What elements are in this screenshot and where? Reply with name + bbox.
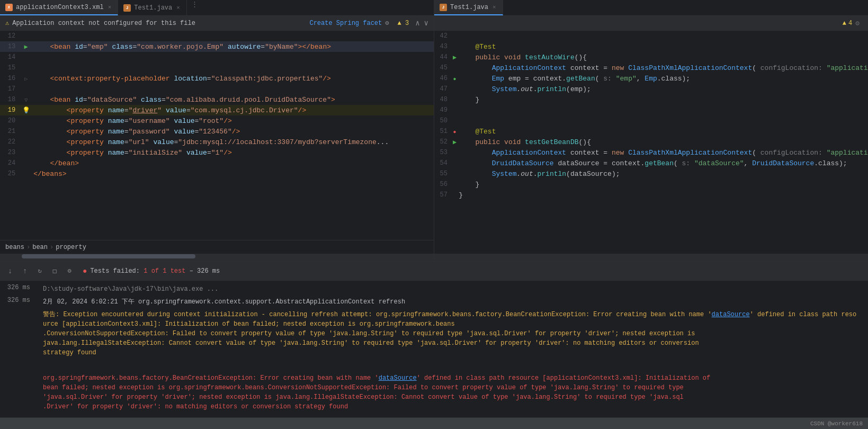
line-content-19: <property name="driver" value="com.mysql…: [31, 105, 434, 115]
java-line-num-52: 52: [434, 137, 453, 147]
tab-xml-close[interactable]: ×: [107, 4, 113, 11]
warning-bar-right[interactable]: Create Spring facet ⚙: [309, 19, 389, 27]
java-mark-46[interactable]: ●: [453, 76, 457, 82]
console-line-4: [39, 360, 864, 371]
warning-icon: ⚠: [5, 19, 9, 27]
datasource-link-1[interactable]: dataSource: [712, 311, 750, 318]
java-content-42: [457, 31, 868, 41]
java-gutter-55: [453, 168, 457, 179]
tab-java-right[interactable]: J Test1.java ×: [434, 0, 503, 15]
line-num-15: 15: [0, 62, 21, 73]
java-line-46: 46 ● Emp emp = context.getBean( s: "emp"…: [434, 73, 868, 84]
test-status: ● Tests failed: 1 of 1 test – 326 ms: [83, 267, 864, 275]
java-line-num-53: 53: [434, 147, 453, 158]
xml-line-24: 24 </bean>: [0, 158, 434, 168]
breadcrumb-bean[interactable]: bean: [32, 244, 48, 251]
xml-scrollbar-thumb[interactable]: [22, 254, 195, 258]
msg-col-5: org.springframework.beans.factory.BeanCr…: [34, 372, 868, 413]
java-gutter-52: ▶: [453, 137, 457, 147]
java-line-num-50: 50: [434, 115, 453, 126]
xml-line-23: 23 <property name="initialSize" value="1…: [0, 147, 434, 158]
java-content-54: DruidDataSource dataSource = context.get…: [457, 158, 868, 168]
java-run-icon-52[interactable]: ▶: [453, 139, 457, 146]
line-num-23: 23: [0, 147, 21, 158]
java-line-45: 45 ApplicationContext context = new Clas…: [434, 62, 868, 73]
msg-col-4: [34, 359, 868, 372]
line-content-21: <property name="password" value="123456"…: [31, 126, 434, 137]
toolbar-down-btn[interactable]: ↓: [4, 265, 16, 277]
gutter-18: ▽: [21, 94, 31, 105]
breadcrumb-property[interactable]: property: [56, 244, 86, 251]
java-gutter-44: ▶: [453, 52, 457, 62]
toolbar-settings-btn[interactable]: ⚙: [64, 265, 75, 277]
expand-icon-left[interactable]: ∧: [415, 19, 419, 28]
gutter-14: [21, 52, 31, 62]
java-scrollbar-h[interactable]: [434, 254, 868, 261]
right-header: ▲ 4 ⚙: [434, 16, 868, 31]
java-content-48: }: [457, 94, 868, 105]
line-num-24: 24: [0, 158, 21, 168]
bottom-toolbar: ↓ ↑ ↻ ◻ ⚙ ● Tests failed: 1 of 1 test – …: [0, 262, 868, 281]
line-num-18: 18: [0, 94, 21, 105]
java-line-56: 56 }: [434, 179, 868, 190]
java-line-num-49: 49: [434, 105, 453, 115]
tab-java-left[interactable]: J Test1.java ×: [118, 0, 187, 15]
console-row-4: [0, 359, 868, 372]
java-line-num-46: 46: [434, 73, 453, 84]
java-gutter-45: [453, 62, 457, 73]
gutter-19: 💡: [21, 105, 31, 115]
collapse-icon-left[interactable]: ∨: [424, 19, 428, 28]
toolbar-rerun-btn[interactable]: ↻: [34, 265, 46, 277]
xml-scrollbar-h[interactable]: [0, 254, 434, 261]
test-failed-label: Tests failed:: [90, 267, 144, 275]
java-icon-right: J: [440, 4, 447, 11]
line-content-20: <property name="username" value="root"/>: [31, 115, 434, 126]
java-line-num-51: 51: [434, 126, 453, 137]
gutter-20: [21, 115, 31, 126]
xml-line-25: 25 </beans>: [0, 168, 434, 179]
gutter-run-icon-13[interactable]: ▶: [24, 43, 28, 51]
xml-line-17: 17: [0, 84, 434, 94]
xml-code-lines: 12 13 ▶ <bean id="emp" class="com.worker…: [0, 31, 434, 179]
line-content-17: [31, 84, 434, 94]
status-bar-text: CSDN @worker618: [810, 421, 863, 427]
java-error-icon-51[interactable]: ●: [453, 129, 457, 135]
toolbar-up-btn[interactable]: ↑: [19, 265, 31, 277]
gutter-22: [21, 137, 31, 147]
tab-java-left-close[interactable]: ×: [175, 4, 181, 12]
msg-col-1: D:\study-software\Java\jdk-17\bin\java.e…: [34, 283, 868, 296]
java-line-53: 53 ApplicationContext context = new Clas…: [434, 147, 868, 158]
java-code-lines: 42 43 @Test 44 ▶ public void: [434, 31, 868, 200]
gear-icon[interactable]: ⚙: [385, 19, 389, 27]
time-cell-2: 326 ms: [0, 296, 34, 306]
xml-line-21: 21 <property name="password" value="1234…: [0, 126, 434, 137]
toolbar-stop-btn[interactable]: ◻: [49, 265, 60, 277]
console-output[interactable]: 326 ms D:\study-software\Java\jdk-17\bin…: [0, 281, 868, 417]
java-gutter-49: [453, 105, 457, 115]
xml-code-editor[interactable]: 12 13 ▶ <bean id="emp" class="com.worker…: [0, 31, 434, 240]
create-spring-facet-link[interactable]: Create Spring facet: [309, 20, 382, 27]
breadcrumb-beans[interactable]: beans: [5, 244, 24, 251]
line-content-23: <property name="initialSize" value="1"/>: [31, 147, 434, 158]
fold-icon-16[interactable]: ▷: [24, 76, 28, 82]
console-line-1: D:\study-software\Java\jdk-17\bin\java.e…: [39, 284, 864, 294]
java-run-icon-44[interactable]: ▶: [453, 54, 457, 61]
gutter-23: [21, 147, 31, 158]
right-settings-icon[interactable]: ⚙: [852, 19, 863, 28]
line-content-15: [31, 62, 434, 73]
java-content-56: }: [457, 179, 868, 190]
datasource-link-2[interactable]: dataSource: [379, 374, 417, 382]
warning-gutter-19[interactable]: 💡: [22, 107, 30, 114]
java-code-editor[interactable]: 42 43 @Test 44 ▶ public void: [434, 31, 868, 254]
tab-java-right-close[interactable]: ×: [491, 4, 497, 11]
java-line-num-42: 42: [434, 31, 453, 41]
test-failed-count: 1 of 1 test: [144, 267, 185, 275]
java-content-43: @Test: [457, 41, 868, 52]
java-gutter-48: [453, 94, 457, 105]
tab-more-left[interactable]: ⋮: [187, 0, 202, 15]
line-content-18: <bean id="dataSource" class="com.alibaba…: [31, 94, 434, 105]
tab-xml-label: applicationContext3.xml: [16, 4, 104, 11]
java-line-num-47: 47: [434, 84, 453, 94]
fold-icon-18[interactable]: ▽: [24, 97, 28, 103]
tab-xml[interactable]: X applicationContext3.xml ×: [0, 0, 118, 15]
